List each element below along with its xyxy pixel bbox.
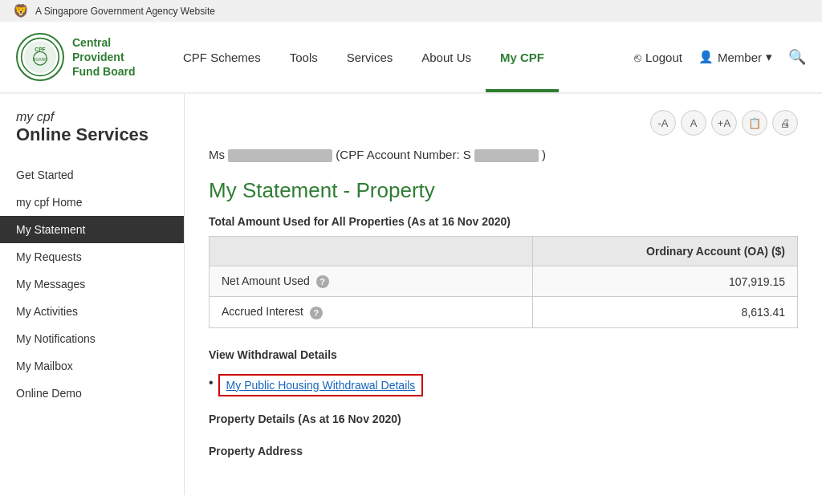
user-greeting: Ms (CPF Account Number: S ): [209, 148, 798, 162]
net-amount-value: 107,919.15: [533, 266, 798, 297]
cpf-logo: CPF BOARD: [16, 33, 64, 81]
nav-cpf-schemes[interactable]: CPF Schemes: [169, 22, 275, 92]
nav-about-us[interactable]: About Us: [407, 22, 486, 92]
gov-bar: 🦁 A Singapore Government Agency Website: [0, 0, 822, 22]
nav-my-cpf[interactable]: My CPF: [486, 22, 559, 92]
logo-text: Central Provident Fund Board: [72, 35, 136, 79]
content-area: -A A +A 📋 🖨 Ms (CPF Account Number: S ) …: [185, 94, 822, 495]
font-decrease-button[interactable]: -A: [650, 110, 676, 136]
copy-icon: 📋: [748, 117, 761, 129]
sidebar-item-my-messages[interactable]: My Messages: [0, 270, 184, 298]
nav-tools[interactable]: Tools: [275, 22, 332, 92]
print-icon: 🖨: [780, 117, 791, 129]
sidebar-item-my-statement[interactable]: My Statement: [0, 216, 184, 243]
sidebar-item-get-started[interactable]: Get Started: [0, 161, 184, 189]
sidebar-heading-italic: my cpf: [16, 110, 168, 124]
main-nav: CPF Schemes Tools Services About Us My C…: [169, 22, 610, 92]
sidebar-menu: Get Started my cpf Home My Statement My …: [0, 161, 184, 407]
total-amount-label: Total Amount Used for All Properties (As…: [209, 215, 798, 228]
page-title: My Statement - Property: [209, 178, 798, 203]
sidebar-title: my cpf Online Services: [0, 110, 184, 149]
table-row: Accrued Interest ? 8,613.41: [210, 297, 798, 327]
user-name-redacted: [228, 149, 332, 162]
sidebar: my cpf Online Services Get Started my cp…: [0, 94, 185, 495]
property-details-label: Property Details (As at 16 Nov 2020): [209, 413, 798, 425]
net-amount-used-label: Net Amount Used: [222, 274, 310, 287]
sidebar-item-my-requests[interactable]: My Requests: [0, 243, 184, 270]
print-button[interactable]: 🖨: [772, 110, 798, 136]
property-address-label: Property Address: [209, 445, 798, 457]
sidebar-item-my-cpf-home[interactable]: my cpf Home: [0, 189, 184, 216]
sidebar-item-my-activities[interactable]: My Activities: [0, 298, 184, 325]
sidebar-heading-main: Online Services: [16, 124, 168, 145]
nav-services[interactable]: Services: [332, 22, 408, 92]
member-button[interactable]: 👤 Member ▾: [698, 50, 772, 64]
account-number-redacted: [474, 149, 539, 162]
member-icon: 👤: [698, 50, 714, 64]
net-amount-help-icon[interactable]: ?: [316, 275, 329, 288]
sidebar-item-my-notifications[interactable]: My Notifications: [0, 325, 184, 352]
table-header-oa: Ordinary Account (OA) ($): [533, 237, 798, 266]
bullet-point: •: [209, 376, 214, 390]
accrued-interest-label: Accrued Interest: [222, 305, 303, 318]
copy-button[interactable]: 📋: [742, 110, 767, 136]
logo-area: CPF BOARD Central Provident Fund Board: [16, 33, 144, 81]
header: CPF BOARD Central Provident Fund Board C…: [0, 22, 822, 94]
accrued-interest-help-icon[interactable]: ?: [310, 307, 323, 319]
font-controls: -A A +A 📋 🖨: [209, 110, 798, 136]
withdrawal-link-item: • My Public Housing Withdrawal Details: [209, 369, 798, 396]
chevron-down-icon: ▾: [766, 50, 772, 64]
withdrawal-link-box: My Public Housing Withdrawal Details: [218, 374, 424, 396]
font-normal-button[interactable]: A: [681, 110, 706, 136]
table-header-col1: [210, 237, 533, 266]
cpf-org-name: Central Provident Fund Board: [72, 35, 136, 79]
lion-icon: 🦁: [13, 3, 29, 18]
sidebar-item-online-demo[interactable]: Online Demo: [0, 380, 184, 407]
accrued-interest-value: 8,613.41: [533, 297, 798, 327]
logout-icon: ⎋: [634, 51, 641, 64]
gov-bar-text: A Singapore Government Agency Website: [35, 6, 215, 17]
withdrawal-section-title: View Withdrawal Details: [209, 348, 798, 361]
search-icon[interactable]: 🔍: [788, 48, 806, 66]
header-right: ⎋ Logout 👤 Member ▾ 🔍: [634, 48, 806, 66]
logout-button[interactable]: ⎋ Logout: [634, 51, 682, 64]
withdrawal-section: View Withdrawal Details • My Public Hous…: [209, 348, 798, 396]
property-table: Ordinary Account (OA) ($) Net Amount Use…: [209, 236, 798, 328]
font-increase-button[interactable]: +A: [711, 110, 737, 136]
svg-text:BOARD: BOARD: [33, 57, 47, 62]
table-row: Net Amount Used ? 107,919.15: [210, 266, 798, 297]
main-layout: my cpf Online Services Get Started my cp…: [0, 94, 822, 495]
sidebar-item-my-mailbox[interactable]: My Mailbox: [0, 352, 184, 380]
public-housing-withdrawal-link[interactable]: My Public Housing Withdrawal Details: [226, 379, 416, 392]
